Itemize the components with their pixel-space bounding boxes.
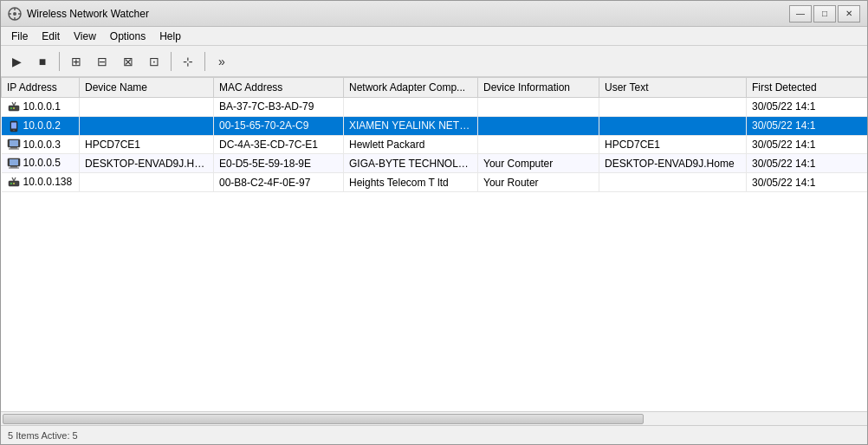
table-row[interactable]: 10.0.0.3HPCD7CE1DC-4A-3E-CD-7C-E1Hewlett… — [2, 135, 868, 154]
horizontal-scrollbar[interactable] — [1, 411, 867, 425]
menu-item-file[interactable]: File — [4, 29, 35, 44]
cell-mac: E0-D5-5E-59-18-9E — [214, 154, 344, 173]
properties-button[interactable]: ⊹ — [176, 49, 200, 74]
col-header-detected[interactable]: First Detected — [747, 78, 868, 98]
devices-table: IP Address Device Name MAC Address Netwo… — [1, 77, 867, 192]
svg-line-10 — [14, 102, 16, 106]
maximize-button[interactable]: □ — [813, 5, 836, 23]
toolbar-separator — [59, 52, 60, 71]
cell-usertext — [599, 116, 747, 135]
table-row[interactable]: 10.0.0.200-15-65-70-2A-C9XIAMEN YEALINK … — [2, 116, 868, 135]
cell-mac: 00-15-65-70-2A-C9 — [214, 116, 344, 135]
menu-item-help[interactable]: Help — [152, 29, 188, 44]
cell-devinfo: Your Computer — [478, 154, 599, 173]
table-row[interactable]: 10.0.0.5DESKTOP-ENVAD9J.HomeE0-D5-5E-59-… — [2, 154, 868, 173]
cell-devinfo — [478, 116, 599, 135]
menu-item-options[interactable]: Options — [103, 29, 152, 44]
cell-adapter: Hewlett Packard — [344, 135, 478, 154]
title-bar: Wireless Network Watcher — □ ✕ — [1, 1, 867, 27]
menu-item-edit[interactable]: Edit — [35, 29, 67, 44]
cell-mac: 00-B8-C2-4F-0E-97 — [214, 173, 344, 192]
svg-point-23 — [10, 183, 12, 184]
cell-adapter — [344, 98, 478, 117]
cell-ip: 10.0.0.5 — [2, 154, 80, 173]
svg-rect-17 — [9, 149, 19, 150]
cell-device: HPCD7CE1 — [80, 135, 214, 154]
cell-ip: 10.0.0.3 — [2, 135, 80, 154]
cell-mac: DC-4A-3E-CD-7C-E1 — [214, 135, 344, 154]
col-header-device[interactable]: Device Name — [80, 78, 214, 98]
col-header-ip[interactable]: IP Address — [2, 78, 80, 98]
cell-device — [80, 116, 214, 135]
copy-button[interactable]: ⊠ — [116, 49, 140, 74]
cell-device: DESKTOP-ENVAD9J.Home — [80, 154, 214, 173]
cell-usertext: HPCD7CE1 — [599, 135, 747, 154]
status-text: 5 Items Active: 5 — [8, 430, 78, 441]
svg-line-26 — [14, 177, 16, 181]
header-row: IP Address Device Name MAC Address Netwo… — [2, 78, 868, 98]
table-body: 10.0.0.1BA-37-7C-B3-AD-7930/05/22 14:1 1… — [2, 98, 868, 192]
about-button[interactable]: » — [210, 49, 234, 74]
col-header-mac[interactable]: MAC Address — [214, 78, 344, 98]
menu-item-view[interactable]: View — [67, 29, 103, 44]
cell-device — [80, 98, 214, 117]
cell-usertext: DESKTOP-ENVAD9J.Home — [599, 154, 747, 173]
app-icon — [8, 7, 22, 21]
cell-detected: 30/05/22 14:1 — [747, 154, 868, 173]
cell-usertext — [599, 98, 747, 117]
play-button[interactable]: ▶ — [4, 49, 29, 74]
cell-detected: 30/05/22 14:1 — [747, 98, 868, 117]
minimize-button[interactable]: — — [789, 5, 812, 23]
table-wrapper[interactable]: IP Address Device Name MAC Address Netwo… — [1, 77, 867, 411]
save-button[interactable]: ⊟ — [90, 49, 114, 74]
table-row[interactable]: 10.0.0.13800-B8-C2-4F-0E-97Heights Telec… — [2, 173, 868, 192]
window-controls: — □ ✕ — [789, 5, 860, 23]
cell-devinfo — [478, 98, 599, 117]
table-header: IP Address Device Name MAC Address Netwo… — [2, 78, 868, 98]
scrollbar-thumb[interactable] — [3, 414, 644, 424]
cell-ip: 10.0.0.2 — [2, 116, 80, 135]
col-header-devinfo[interactable]: Device Information — [478, 78, 599, 98]
menu-bar: FileEditViewOptionsHelp — [1, 27, 867, 46]
toolbar: ▶■⊞⊟⊠⊡⊹» — [1, 46, 867, 77]
cell-devinfo — [478, 135, 599, 154]
cell-detected: 30/05/22 14:1 — [747, 135, 868, 154]
cell-mac: BA-37-7C-B3-AD-79 — [214, 98, 344, 117]
svg-rect-12 — [11, 122, 16, 128]
content-area: IP Address Device Name MAC Address Netwo… — [1, 77, 867, 444]
cell-ip: 10.0.0.138 — [2, 173, 80, 192]
svg-rect-15 — [10, 140, 18, 146]
cell-devinfo: Your Router — [478, 173, 599, 192]
cell-detected: 30/05/22 14:1 — [747, 173, 868, 192]
cell-adapter: XIAMEN YEALINK NETW... — [344, 116, 478, 135]
table-row[interactable]: 10.0.0.1BA-37-7C-B3-AD-7930/05/22 14:1 — [2, 98, 868, 117]
cell-adapter: GIGA-BYTE TECHNOLO... — [344, 154, 478, 173]
cell-usertext — [599, 173, 747, 192]
cell-detected: 30/05/22 14:1 — [747, 116, 868, 135]
toolbar-separator — [204, 52, 205, 71]
copy-html-button[interactable]: ⊞ — [64, 49, 88, 74]
open-button[interactable]: ⊡ — [142, 49, 166, 74]
cell-device — [80, 173, 214, 192]
svg-rect-16 — [10, 147, 17, 149]
window-title: Wireless Network Watcher — [27, 8, 789, 20]
stop-button[interactable]: ■ — [30, 49, 55, 74]
status-bar: 5 Items Active: 5 — [1, 425, 867, 444]
svg-rect-20 — [10, 166, 17, 168]
cell-adapter: Heights Telecom T ltd — [344, 173, 478, 192]
svg-point-7 — [10, 107, 12, 109]
close-button[interactable]: ✕ — [838, 5, 860, 23]
col-header-adapter[interactable]: Network Adapter Comp... — [344, 78, 478, 98]
svg-point-1 — [13, 12, 16, 16]
svg-point-13 — [13, 129, 15, 131]
cell-ip: 10.0.0.1 — [2, 98, 80, 117]
svg-point-24 — [13, 183, 15, 184]
toolbar-separator — [171, 52, 172, 71]
col-header-usertext[interactable]: User Text — [599, 78, 747, 98]
svg-rect-19 — [10, 159, 18, 165]
svg-rect-21 — [9, 168, 19, 169]
main-window: Wireless Network Watcher — □ ✕ FileEditV… — [0, 0, 868, 445]
svg-point-8 — [13, 107, 15, 109]
